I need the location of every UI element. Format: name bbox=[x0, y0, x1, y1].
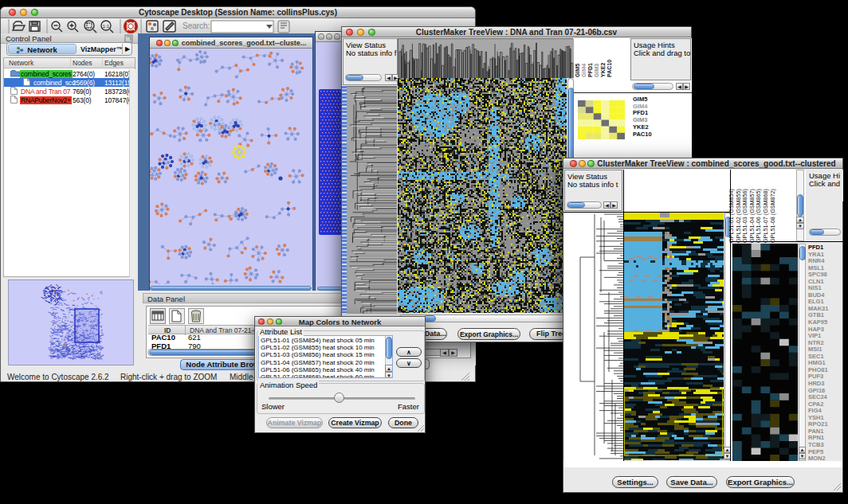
svg-text:1:1: 1:1 bbox=[103, 24, 110, 29]
svg-text:Search:: Search: bbox=[183, 21, 210, 30]
